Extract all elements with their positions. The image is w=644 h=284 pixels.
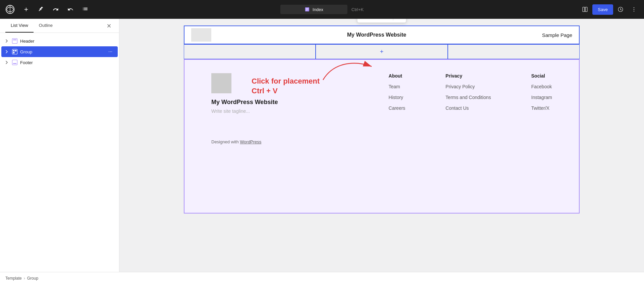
footer-social-instagram[interactable]: Instagram <box>531 95 552 100</box>
sidebar-items: Header Group <box>0 33 119 70</box>
add-block-button[interactable] <box>20 3 32 15</box>
redo-button[interactable] <box>64 3 76 15</box>
group-block: Click for placement Ctrl + V <box>184 59 580 214</box>
footer-block-icon <box>11 59 18 66</box>
svg-rect-11 <box>12 49 17 54</box>
ft-divider <box>393 19 393 20</box>
group-more-button[interactable] <box>107 48 114 55</box>
ft-more-button[interactable] <box>395 19 406 22</box>
footer-top: My WordPress Website Write site tagline.… <box>211 73 552 114</box>
insert-cell-left[interactable] <box>184 44 316 59</box>
more-options-button[interactable] <box>628 3 640 15</box>
svg-rect-13 <box>15 50 17 52</box>
footer-social-twitter[interactable]: Twitter/X <box>531 105 552 111</box>
footer-nav-col-privacy: Privacy Privacy Policy Terms and Conditi… <box>445 73 491 111</box>
ft-arrows-button[interactable] <box>381 19 392 22</box>
footer-terms[interactable]: Terms and Conditions <box>445 95 491 100</box>
group-block-icon <box>11 48 18 55</box>
svg-point-6 <box>634 7 634 8</box>
expand-icon-footer <box>4 60 9 65</box>
sidebar-item-group[interactable]: Group <box>1 46 118 57</box>
top-toolbar: Index Ctrl+K Save <box>0 0 644 19</box>
footer-bottom: Designed with WordPress <box>211 134 552 144</box>
svg-rect-3 <box>583 7 585 12</box>
canvas-header-bar: My WordPress Website Sample Page <box>184 26 580 44</box>
list-view-button[interactable] <box>79 3 91 15</box>
tab-list-view[interactable]: List View <box>5 19 34 33</box>
sidebar-item-footer[interactable]: Footer <box>1 57 118 68</box>
index-button[interactable]: Index <box>280 5 347 14</box>
svg-point-15 <box>109 51 109 52</box>
footer-about-history[interactable]: History <box>389 95 406 100</box>
toolbar-center: Index Ctrl+K <box>280 5 364 14</box>
expand-icon-group <box>4 49 9 54</box>
view-toggle-button[interactable] <box>579 3 591 15</box>
footer-logo-section: My WordPress Website Write site tagline.… <box>211 73 285 114</box>
wp-logo <box>4 3 16 15</box>
breadcrumb-template[interactable]: Template <box>5 276 22 281</box>
sidebar-close-button[interactable] <box>104 21 114 31</box>
svg-rect-12 <box>13 50 15 52</box>
footer-social-list: Facebook Instagram Twitter/X <box>531 84 552 111</box>
svg-rect-14 <box>13 52 15 54</box>
insert-row[interactable]: + <box>184 44 580 59</box>
footer-logo-placeholder <box>211 73 231 93</box>
bottom-bar: Template › Group <box>0 272 644 284</box>
sidebar-item-header[interactable]: Header <box>1 36 118 46</box>
floating-toolbar <box>357 19 407 23</box>
svg-rect-19 <box>13 63 17 64</box>
footer-privacy-list: Privacy Policy Terms and Conditions Cont… <box>445 84 491 111</box>
sidebar: List View Outline Header <box>0 19 119 272</box>
svg-point-7 <box>634 9 634 10</box>
footer-nav-columns: About Team History Careers Privacy <box>305 73 552 111</box>
footer-site-name: My WordPress Website <box>211 99 285 106</box>
save-button[interactable]: Save <box>592 4 613 15</box>
breadcrumb-separator: › <box>24 276 25 281</box>
footer-nav-col-social: Social Facebook Instagram Twitter/X <box>531 73 552 111</box>
svg-point-17 <box>111 51 112 52</box>
inspector-toggle[interactable] <box>614 3 627 15</box>
expand-icon <box>4 38 9 44</box>
header-site-title: My WordPress Website <box>347 32 406 38</box>
tools-button[interactable] <box>35 3 47 15</box>
header-block-icon <box>11 38 18 44</box>
footer-contact[interactable]: Contact Us <box>445 105 491 111</box>
footer-nav-col-about: About Team History Careers <box>389 73 406 111</box>
svg-point-16 <box>110 51 111 52</box>
header-sample-page: Sample Page <box>542 32 572 38</box>
canvas-area[interactable]: My WordPress Website Sample Page + Click… <box>119 19 644 272</box>
footer-content: My WordPress Website Write site tagline.… <box>184 60 579 158</box>
footer-about-list: Team History Careers <box>389 84 406 111</box>
undo-button[interactable] <box>50 3 62 15</box>
footer-social-facebook[interactable]: Facebook <box>531 84 552 89</box>
footer-privacy-policy[interactable]: Privacy Policy <box>445 84 491 89</box>
footer-col-heading-social: Social <box>531 73 552 79</box>
svg-rect-18 <box>12 60 17 65</box>
footer-col-heading-privacy: Privacy <box>445 73 491 79</box>
svg-point-8 <box>634 11 634 11</box>
breadcrumb-current: Group <box>27 276 38 281</box>
footer-about-team[interactable]: Team <box>389 84 406 89</box>
footer-col-heading-about: About <box>389 73 406 79</box>
footer-designed-with: Designed with <box>211 139 239 144</box>
canvas-container: My WordPress Website Sample Page + Click… <box>184 26 580 214</box>
footer-wordpress-link[interactable]: WordPress <box>240 139 261 144</box>
ft-move-button[interactable] <box>370 19 380 22</box>
index-label: Index <box>313 7 323 12</box>
svg-rect-10 <box>13 40 17 40</box>
ft-duplicate-button[interactable] <box>358 19 369 22</box>
footer-about-careers[interactable]: Careers <box>389 105 406 111</box>
insert-cell-right[interactable] <box>448 44 580 59</box>
svg-rect-4 <box>585 7 587 12</box>
sidebar-tabs: List View Outline <box>0 19 119 33</box>
footer-tagline: Write site tagline... <box>211 108 285 114</box>
insert-cell-center[interactable]: + <box>316 44 447 59</box>
shortcut-hint: Ctrl+K <box>352 7 364 12</box>
header-logo-placeholder <box>191 28 211 42</box>
main-layout: List View Outline Header <box>0 19 644 272</box>
tab-outline[interactable]: Outline <box>34 19 58 33</box>
toolbar-right: Save <box>579 3 640 15</box>
svg-rect-9 <box>12 39 17 44</box>
